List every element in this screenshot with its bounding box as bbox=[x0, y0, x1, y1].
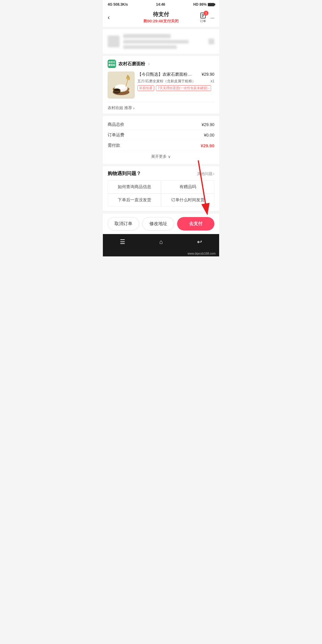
tag-return[interactable]: 7天无理由退货(一次性包装未破损) › bbox=[156, 85, 211, 91]
product-qty: x1 bbox=[210, 79, 214, 84]
help-grid: 如何查询商品信息 有赠品吗 下单后一直没发货 订单什么时间发货 bbox=[108, 180, 214, 207]
address-text-area bbox=[123, 34, 205, 49]
nav-home-icon[interactable]: ⌂ bbox=[159, 239, 163, 245]
shipping-label: 订单运费 bbox=[108, 132, 124, 138]
help-item-4[interactable]: 订单什么时间发货 bbox=[161, 193, 214, 207]
order-icon-button[interactable]: 订单 1 bbox=[199, 12, 207, 23]
header-right-actions: 订单 1 ··· bbox=[199, 12, 214, 23]
product-title: 【今日甄选】农家石磨面粉… ¥29.90 bbox=[137, 72, 214, 78]
recommender-chevron-icon: › bbox=[133, 106, 134, 110]
product-image bbox=[108, 72, 134, 98]
product-name: 【今日甄选】农家石磨面粉… bbox=[137, 72, 192, 77]
flour-illustration bbox=[108, 72, 134, 98]
subtotal-value: ¥29.90 bbox=[202, 122, 214, 127]
nav-back-icon[interactable]: ↩ bbox=[197, 238, 202, 245]
expand-label: 展开更多 bbox=[151, 154, 167, 159]
shop-section: 农村石磨面粉 农村石磨面粉 › bbox=[103, 56, 219, 114]
status-left: 4G 508.3K/s bbox=[108, 2, 128, 7]
total-row: 需付款 ¥29.90 bbox=[108, 140, 214, 151]
help-item-2[interactable]: 有赠品吗 bbox=[161, 180, 214, 193]
order-badge: 1 bbox=[204, 11, 208, 16]
watermark: www.dqxcdz168.com bbox=[103, 251, 219, 256]
status-center: 14:46 bbox=[156, 2, 165, 7]
other-chevron-icon: › bbox=[213, 171, 214, 176]
countdown-timer: 00:29:48 bbox=[147, 19, 163, 23]
tag-chevron-icon: › bbox=[208, 86, 209, 90]
subtotal-row: 商品总价 ¥29.90 bbox=[108, 120, 214, 130]
price-section: 商品总价 ¥29.90 订单运费 ¥0.00 需付款 ¥29.90 展开更多 ∨ bbox=[103, 116, 219, 164]
status-bar: 4G 508.3K/s 14:46 HD 86% bbox=[103, 0, 219, 8]
total-value: ¥29.90 bbox=[201, 143, 214, 148]
address-line2 bbox=[123, 40, 189, 44]
other-label: 其他问题 bbox=[197, 171, 213, 177]
product-price: ¥29.90 bbox=[202, 72, 214, 78]
address-line1 bbox=[123, 34, 171, 38]
other-problems-button[interactable]: 其他问题 › bbox=[197, 171, 214, 177]
nav-menu-icon[interactable]: ☰ bbox=[120, 238, 125, 245]
status-right: HD 86% bbox=[193, 2, 214, 7]
more-button[interactable]: ··· bbox=[210, 14, 214, 21]
shipping-value: ¥0.00 bbox=[204, 133, 214, 137]
bottom-action-bar: 取消订单 修改地址 去支付 bbox=[103, 213, 219, 234]
subtitle-prefix: 剩 bbox=[143, 19, 147, 23]
help-item-1[interactable]: 如何查询商品信息 bbox=[108, 180, 161, 193]
address-chevron bbox=[208, 38, 214, 44]
shop-header[interactable]: 农村石磨面粉 农村石磨面粉 › bbox=[108, 60, 214, 68]
pay-button[interactable]: 去支付 bbox=[177, 217, 214, 230]
recommender-text: 农村欣姐 推荐 bbox=[108, 105, 132, 111]
address-line3 bbox=[123, 45, 177, 49]
svg-point-11 bbox=[114, 89, 120, 91]
product-tags: 坏损包退 7天无理由退货(一次性包装未破损) › bbox=[137, 85, 214, 91]
address-card[interactable] bbox=[103, 29, 219, 54]
cancel-order-button[interactable]: 取消订单 bbox=[108, 217, 139, 230]
tag-return-text: 7天无理由退货(一次性包装未破损) bbox=[158, 86, 208, 90]
help-header: 购物遇到问题？ 其他问题 › bbox=[108, 171, 214, 177]
product-item: 【今日甄选】农家石磨面粉… ¥29.90 五斤/石磨全麦粉（含麸皮属于粗粮） x… bbox=[108, 72, 214, 102]
recommender-row[interactable]: 农村欣姐 推荐 › bbox=[108, 102, 214, 114]
expand-icon: ∨ bbox=[168, 154, 171, 159]
product-spec: 五斤/石磨全麦粉（含麸皮属于粗粮） x1 bbox=[137, 79, 214, 84]
subtitle-suffix: 支付关闭 bbox=[163, 19, 179, 23]
product-spec-text: 五斤/石磨全麦粉（含麸皮属于粗粮） bbox=[137, 79, 196, 83]
help-title: 购物遇到问题？ bbox=[108, 171, 141, 177]
shop-name: 农村石磨面粉 bbox=[118, 61, 145, 67]
countdown-subtitle: 剩00:29:48支付关闭 bbox=[108, 18, 214, 24]
navigation-bar: ☰ ⌂ ↩ bbox=[103, 234, 219, 251]
svg-point-8 bbox=[116, 84, 126, 89]
tag-damage[interactable]: 坏损包退 bbox=[137, 85, 154, 91]
battery-icon bbox=[208, 3, 214, 6]
modify-address-button[interactable]: 修改地址 bbox=[142, 217, 174, 230]
header-title-area: 待支付 剩00:29:48支付关闭 bbox=[108, 11, 214, 24]
shop-logo: 农村石磨面粉 bbox=[108, 60, 116, 68]
help-section: 购物遇到问题？ 其他问题 › 如何查询商品信息 有赠品吗 下单后一直没发货 订单… bbox=[103, 166, 219, 211]
shop-chevron-icon: › bbox=[148, 61, 150, 66]
help-item-3[interactable]: 下单后一直没发货 bbox=[108, 193, 161, 207]
address-avatar bbox=[108, 35, 120, 47]
total-label: 需付款 bbox=[108, 143, 120, 148]
page-title: 待支付 bbox=[108, 11, 214, 18]
header: ‹ 待支付 剩00:29:48支付关闭 订单 1 ··· bbox=[103, 8, 219, 27]
shipping-row: 订单运费 ¥0.00 bbox=[108, 130, 214, 140]
product-details: 【今日甄选】农家石磨面粉… ¥29.90 五斤/石磨全麦粉（含麸皮属于粗粮） x… bbox=[137, 72, 214, 98]
back-button[interactable]: ‹ bbox=[108, 14, 110, 21]
subtotal-label: 商品总价 bbox=[108, 122, 124, 127]
order-label: 订单 bbox=[200, 19, 206, 23]
expand-more-button[interactable]: 展开更多 ∨ bbox=[108, 151, 214, 160]
